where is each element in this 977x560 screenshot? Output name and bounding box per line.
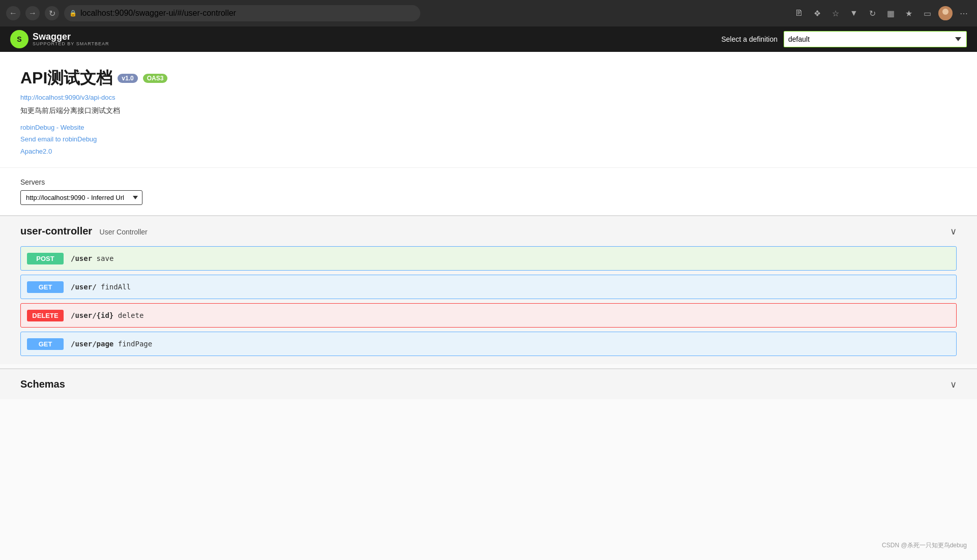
svg-point-0 [942, 9, 949, 15]
method-badge-delete: DELETE [27, 310, 64, 321]
watermark-text: CSDN @杀死一只知更鸟debug [882, 542, 967, 549]
svg-point-1 [940, 16, 951, 20]
select-definition-label: Select a definition [721, 35, 778, 43]
controller-name: user-controller [20, 225, 92, 237]
api-title: API测试文档 [20, 67, 112, 90]
api-rows: POST /user save GET /user/ findAll DELET… [20, 246, 957, 364]
extension-icon[interactable]: ▼ [847, 6, 861, 20]
browser-chrome: ← → ↻ 🔒 localhost:9090/swagger-ui/#/user… [0, 0, 977, 26]
server-select[interactable]: http://localhost:9090 - Inferred Url [20, 190, 142, 205]
api-link-email[interactable]: Send email to robinDebug [20, 133, 957, 145]
reload-button[interactable]: ↻ [45, 6, 59, 20]
api-path-bold-save: /user [71, 254, 92, 262]
api-operation-save: save [97, 254, 114, 262]
watermark: CSDN @杀死一只知更鸟debug [882, 541, 967, 550]
browser-actions: 🖹 ❖ ☆ ▼ ↻ ▦ ★ ▭ ⋯ [792, 6, 971, 20]
api-path-findall: /user/ findAll [71, 283, 131, 291]
api-row-get-findall[interactable]: GET /user/ findAll [20, 275, 957, 299]
api-row-post-save[interactable]: POST /user save [20, 246, 957, 271]
api-path-bold-delete: /user/{id} [71, 311, 113, 319]
api-path-bold-findpage: /user/page [71, 340, 113, 348]
api-path-save: /user save [71, 254, 113, 262]
api-description: 知更鸟前后端分离接口测试文档 [20, 106, 957, 115]
swagger-header-right: Select a definition default [721, 31, 967, 47]
controller-title-group: user-controller User Controller [20, 225, 148, 237]
translate-icon[interactable]: 🖹 [792, 6, 806, 20]
back-button[interactable]: ← [6, 6, 20, 20]
favorites-icon[interactable]: ★ [902, 6, 916, 20]
collections-icon[interactable]: ▭ [920, 6, 934, 20]
api-links: robinDebug - Website Send email to robin… [20, 122, 957, 157]
api-link-website[interactable]: robinDebug - Website [20, 122, 957, 133]
api-docs-link[interactable]: http://localhost:9090/v3/api-docs [20, 94, 957, 101]
profile-avatar[interactable] [938, 6, 953, 20]
api-path-findpage: /user/page findPage [71, 340, 152, 348]
controller-subtitle: User Controller [100, 228, 148, 236]
api-link-license[interactable]: Apache2.0 [20, 145, 957, 157]
star-icon[interactable]: ☆ [828, 6, 843, 20]
definition-select[interactable]: default [784, 31, 967, 47]
api-path-bold-findall: /user/ [71, 283, 97, 291]
swagger-header: S Swagger Supported by SMARTBEAR Select … [0, 26, 977, 52]
api-title-section: API测试文档 v1.0 OAS3 [20, 67, 957, 90]
refresh-icon[interactable]: ↻ [865, 6, 879, 20]
split-icon[interactable]: ▦ [883, 6, 898, 20]
servers-section: Servers http://localhost:9090 - Inferred… [0, 167, 977, 215]
servers-label: Servers [20, 178, 957, 186]
swagger-logo-letter: S [17, 35, 21, 43]
controller-section: user-controller User Controller ∨ POST /… [0, 215, 977, 364]
swagger-title: Swagger [33, 32, 109, 41]
method-badge-get-findpage: GET [27, 338, 64, 350]
url-text: localhost:9090/swagger-ui/#/user-control… [80, 9, 236, 18]
lock-icon: 🔒 [69, 10, 77, 17]
api-path-delete: /user/{id} delete [71, 311, 143, 319]
schemas-title: Schemas [20, 378, 65, 390]
api-operation-findall: findAll [101, 283, 131, 291]
url-bar: 🔒 localhost:9090/swagger-ui/#/user-contr… [64, 5, 420, 21]
swagger-logo-text: Swagger Supported by SMARTBEAR [33, 32, 109, 46]
swagger-subtitle: Supported by SMARTBEAR [33, 41, 109, 46]
more-options-icon[interactable]: ⋯ [957, 6, 971, 20]
schemas-header[interactable]: Schemas ∨ [20, 369, 957, 399]
swagger-logo-icon: S [10, 30, 28, 48]
api-row-delete[interactable]: DELETE /user/{id} delete [20, 303, 957, 328]
controller-header[interactable]: user-controller User Controller ∨ [20, 216, 957, 246]
api-operation-delete: delete [118, 311, 144, 319]
reader-icon[interactable]: ❖ [810, 6, 824, 20]
schemas-section: Schemas ∨ [0, 368, 977, 399]
oas-badge: OAS3 [143, 74, 168, 83]
controller-chevron-icon: ∨ [950, 226, 957, 237]
swagger-logo: S Swagger Supported by SMARTBEAR [10, 30, 109, 48]
api-operation-findpage: findPage [118, 340, 152, 348]
method-badge-post: POST [27, 253, 64, 264]
schemas-chevron-icon: ∨ [950, 379, 957, 390]
api-row-get-findpage[interactable]: GET /user/page findPage [20, 332, 957, 356]
method-badge-get-findall: GET [27, 281, 64, 293]
forward-button[interactable]: → [25, 6, 40, 20]
api-info-section: API测试文档 v1.0 OAS3 http://localhost:9090/… [0, 52, 977, 167]
version-badge: v1.0 [118, 74, 137, 83]
